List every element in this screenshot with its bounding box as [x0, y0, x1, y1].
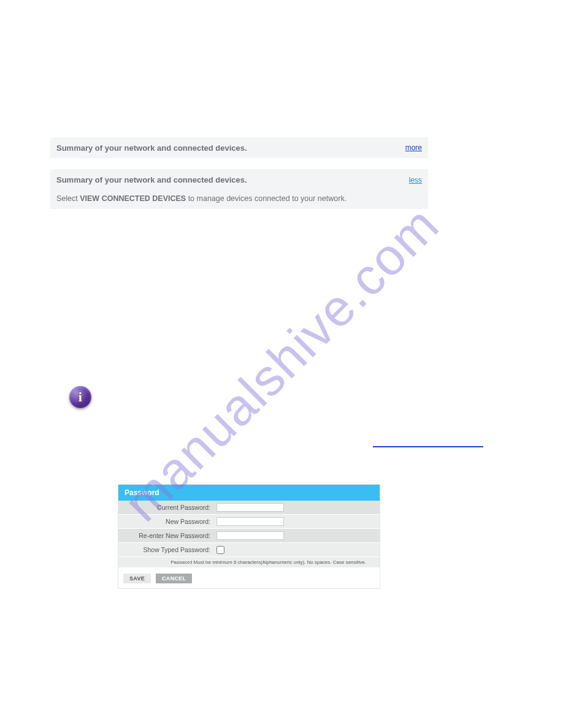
label-current-password: Current Password: — [118, 504, 216, 511]
summary-panel-collapsed: Summary of your network and connected de… — [50, 137, 428, 158]
row-new-password: New Password: — [118, 515, 380, 529]
summary-title-expanded: Summary of your network and connected de… — [56, 175, 247, 184]
input-new-password[interactable] — [216, 517, 284, 526]
summary-title-collapsed: Summary of your network and connected de… — [56, 143, 247, 153]
password-card: Password Current Password: New Password:… — [118, 484, 380, 589]
label-new-password: New Password: — [118, 518, 216, 525]
more-link[interactable]: more — [405, 143, 422, 152]
password-header: Password — [118, 485, 380, 501]
info-icon: i — [69, 386, 91, 408]
summary-body-prefix: Select — [56, 194, 80, 203]
input-reenter-password[interactable] — [216, 531, 284, 540]
label-reenter-password: Re-enter New Password: — [118, 532, 216, 539]
row-reenter-password: Re-enter New Password: — [118, 529, 380, 543]
checkbox-show-password[interactable] — [216, 546, 224, 554]
summary-body-suffix: to manage devices connected to your netw… — [186, 194, 347, 203]
link-underline-rule — [373, 446, 483, 447]
cancel-button[interactable]: CANCEL — [156, 574, 192, 583]
save-button[interactable]: SAVE — [123, 574, 151, 583]
row-show-password: Show Typed Password: — [118, 543, 380, 557]
watermark: manualshive.com — [112, 195, 451, 533]
summary-panel-expanded: Summary of your network and connected de… — [50, 169, 428, 209]
label-show-password: Show Typed Password: — [118, 546, 216, 553]
password-actions: SAVE CANCEL — [118, 567, 380, 588]
summary-body-strong: VIEW CONNECTED DEVICES — [80, 194, 186, 203]
input-current-password[interactable] — [216, 503, 284, 512]
summary-body: Select VIEW CONNECTED DEVICES to manage … — [56, 194, 422, 203]
less-link[interactable]: less — [409, 176, 422, 184]
row-current-password: Current Password: — [118, 501, 380, 515]
password-hint: Password Must be minimum 8 characters(Al… — [118, 557, 380, 567]
